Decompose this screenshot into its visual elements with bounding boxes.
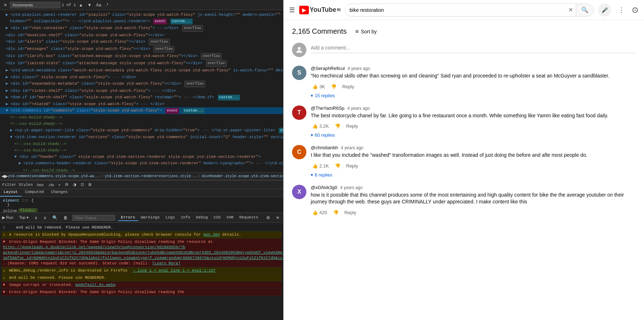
cors-link[interactable]: https://googleads.g.doubleclick.net/page… — [3, 245, 283, 260]
search-clear-button[interactable]: ✕ — [565, 6, 576, 13]
image-link[interactable]: mqdefault_6s.webp — [75, 283, 116, 287]
sort-button[interactable]: ≡ Sort by — [355, 28, 377, 35]
tab-requests[interactable]: Requests — [236, 215, 261, 221]
tree-line[interactable]: <div id="donation-shelf" class="style-sc… — [0, 32, 283, 38]
prev-result-button[interactable]: ▲ — [77, 2, 85, 8]
comment-text: The best motorcycle chanel by far. Like … — [311, 112, 635, 119]
tree-line[interactable]: ▶ <ytd-watch-metadata class="watch-activ… — [0, 67, 283, 74]
tree-line[interactable]: <div id="limited-state" class="attached-… — [0, 60, 283, 67]
search-submit-button[interactable]: 🔍 — [576, 4, 593, 16]
like-button[interactable]: 👍 2.1K — [311, 162, 330, 170]
tree-line[interactable]: ▼ <ytd-item-section-renderer id="section… — [0, 134, 283, 141]
tree-line[interactable]: ▶ <div id="related" class="style-scope y… — [0, 101, 283, 107]
breadcrumb-prev-button[interactable]: ◀ — [1, 174, 5, 179]
tree-line[interactable]: <!--css-build:shady--> — [0, 141, 283, 147]
close-search-button[interactable]: ✕ — [2, 2, 9, 8]
clear-console-button[interactable]: 🗑 — [62, 215, 69, 221]
like-button[interactable]: 👍 3.2K — [311, 122, 330, 130]
console-search-button[interactable]: 🔍 — [51, 215, 59, 221]
breadcrumb-item[interactable]: ytd-comments#comments.style-scope.ytd-wa… — [8, 174, 100, 178]
settings-icon[interactable]: ⚙ — [64, 182, 70, 187]
tab-xhr[interactable]: XHR — [224, 215, 236, 221]
tree-line[interactable]: <!--css-build:shady--> — [0, 147, 283, 154]
india-badge: IN — [337, 8, 340, 12]
replies-toggle[interactable]: ▾ 15 replies — [311, 93, 335, 98]
top-button[interactable]: Top ▾ — [19, 215, 29, 220]
next-result-button[interactable]: ▼ — [86, 2, 93, 8]
close-console-button[interactable]: ✕ — [274, 215, 281, 221]
tab-changes[interactable]: Changes — [47, 189, 71, 197]
tree-line[interactable]: <!--css-build:shady--> — [0, 114, 283, 121]
filter-output-input[interactable] — [72, 215, 115, 221]
comment-actions: 👍 420 👎 Reply — [311, 208, 635, 217]
screenshot-button[interactable]: ⊡ — [80, 182, 85, 187]
yt-search-input[interactable] — [345, 7, 565, 13]
tab-css[interactable]: CSS — [211, 215, 224, 221]
comment-author[interactable]: @TheYamR6Sp — [311, 105, 344, 111]
tree-line[interactable]: <div id="messages" class="style-scope yt… — [0, 46, 283, 53]
tree-line[interactable]: ▶ <ytd-comments-header-renderer class="s… — [0, 160, 283, 167]
reply-button[interactable]: Reply — [343, 208, 358, 217]
reply-button[interactable]: Reply — [345, 162, 359, 170]
tree-line[interactable]: <!--css-build:shady--> — [0, 121, 283, 127]
gen204-link[interactable]: gen 204 — [203, 232, 220, 237]
cls-button[interactable]: .cls — [47, 182, 55, 187]
comment-author[interactable]: @christianbh — [311, 145, 338, 150]
tab-computed[interactable]: Computed — [22, 189, 48, 197]
account-button[interactable]: ⊙ — [632, 5, 638, 15]
tree-line[interactable]: ▶ <div id="chat-container" class="style-… — [0, 25, 283, 32]
dislike-button[interactable]: 👎 — [329, 83, 338, 91]
tree-line[interactable]: <div id="alerts" class="style-scope ytd-… — [0, 38, 283, 46]
tab-errors[interactable]: Errors — [118, 215, 138, 221]
console-settings-button[interactable]: ⚙ — [265, 215, 272, 221]
hov-button[interactable]: :hov — [35, 182, 45, 187]
hamburger-button[interactable]: ☰ — [289, 6, 295, 14]
eval-link[interactable]: → line 1 > eval line 1 > eval:1:137 — [133, 268, 216, 273]
tree-line[interactable]: ▶ <div class=" style-scope ytd-watch-fle… — [0, 74, 283, 80]
tree-line[interactable]: ▶ <dom-if id="merch-shelf" class="style-… — [0, 94, 283, 101]
run-button[interactable]: ▶ Run — [2, 215, 13, 220]
tree-line[interactable]: ▶ <ytd-playlist-panel-renderer id="playl… — [0, 11, 283, 18]
tree-line-selected[interactable]: ▼ <ytd-comments id="comments" class="sty… — [0, 107, 283, 114]
match-case-button[interactable]: Aa — [94, 2, 103, 8]
tree-line[interactable]: ▼ <div id="header" class=" style-scope y… — [0, 154, 283, 160]
comment-author[interactable]: @xGNxk3g0 — [311, 185, 337, 190]
tree-line[interactable]: <div id="clarify-box" class="attached-me… — [0, 53, 283, 60]
search-input[interactable] — [10, 2, 60, 8]
dislike-button[interactable]: 👎 — [333, 162, 342, 170]
up-arrow-button[interactable]: ∧ — [33, 215, 39, 221]
add-comment-input[interactable] — [311, 43, 635, 53]
tree-line[interactable]: ▶ <div id="expandable-metadata" class="s… — [0, 80, 283, 88]
replies-toggle[interactable]: ▾ 60 replies — [311, 132, 335, 138]
tree-line[interactable]: hidden="" collapsible=""> ···</ytd-playl… — [0, 18, 283, 25]
tree-line[interactable]: ▶ <tp-yt-paper-spinner-lite class="style… — [0, 127, 283, 134]
dislike-button[interactable]: 👎 — [333, 122, 342, 130]
comment-author[interactable]: @SeraphReficul — [311, 66, 345, 71]
tree-line[interactable]: <!--css-build:shady--> — [0, 167, 283, 172]
styles-tabs: Layout Computed Changes — [0, 189, 283, 197]
breadcrumb-next-button[interactable]: ▶ — [5, 174, 8, 179]
like-button[interactable]: 👍 3K — [311, 83, 326, 91]
replies-toggle[interactable]: ▾ 8 replies — [311, 172, 332, 178]
grid-layout-button[interactable]: ⊞ — [87, 182, 93, 187]
add-style-button[interactable]: + — [57, 182, 61, 187]
tree-line[interactable]: ▶ <div id="ticket-shelf" class="style-sc… — [0, 88, 283, 94]
regex-button[interactable]: .* — [104, 2, 110, 8]
down-arrow-button[interactable]: ∨ — [42, 215, 48, 221]
reply-button[interactable]: Reply — [345, 122, 359, 130]
breadcrumb-item[interactable]: ytd-item-section-renderer#sections.style… — [105, 174, 197, 178]
dark-mode-button[interactable]: ◑ — [72, 182, 77, 187]
tab-info[interactable]: Info — [178, 215, 193, 221]
tab-warnings[interactable]: Warnings — [138, 215, 163, 221]
tab-layout[interactable]: Layout — [0, 189, 22, 197]
breadcrumb-item[interactable]: div#header.style-scope.ytd-item-section.… — [202, 174, 283, 178]
tab-logs[interactable]: Logs — [163, 215, 178, 221]
mic-button[interactable]: 🎤 — [598, 4, 611, 17]
reply-button[interactable]: Reply — [341, 83, 356, 91]
learn-more-link[interactable]: [Learn More] — [152, 261, 180, 265]
more-options-button[interactable]: ⋮ — [618, 6, 625, 14]
dislike-button[interactable]: 👎 — [332, 208, 340, 217]
like-button[interactable]: 👍 420 — [311, 208, 329, 217]
tab-debug[interactable]: Debug — [193, 215, 211, 221]
filter-styles-label: Filter Styles — [2, 183, 33, 187]
